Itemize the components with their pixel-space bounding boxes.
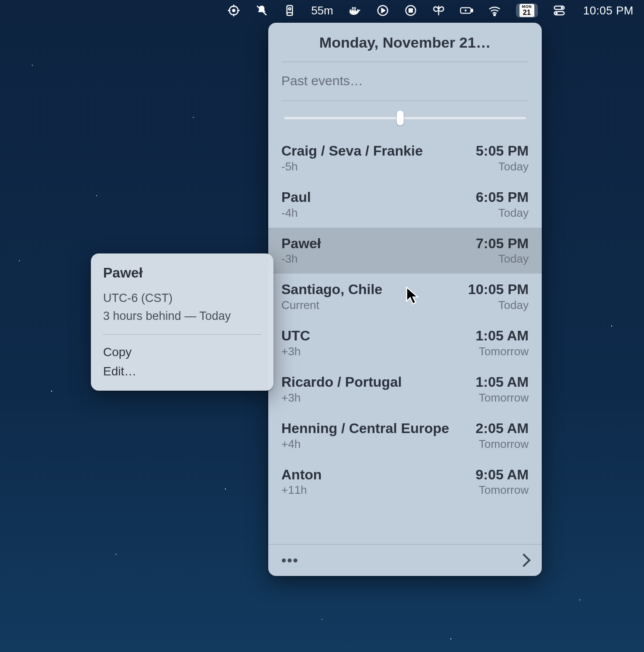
time-scrubber-track bbox=[284, 117, 526, 119]
timezone-day: Today bbox=[476, 160, 529, 173]
calendar-dow: MON bbox=[522, 5, 532, 9]
timezone-time: 9:05 AM bbox=[475, 467, 529, 483]
context-relative-time: 3 hours behind — Today bbox=[103, 309, 261, 323]
timezone-row[interactable]: Henning / Central Europe+4h2:05 AMTomorr… bbox=[268, 413, 542, 459]
timezone-day: Tomorrow bbox=[475, 483, 529, 497]
svg-point-3 bbox=[289, 8, 291, 10]
timezone-row[interactable]: Santiago, ChileCurrent10:05 PMToday bbox=[268, 274, 542, 320]
calendar-day: 21 bbox=[523, 9, 531, 16]
battery-charging-icon[interactable] bbox=[460, 3, 473, 17]
svg-rect-6 bbox=[409, 9, 412, 12]
timezone-name: Paweł bbox=[281, 236, 321, 252]
time-scrubber-thumb[interactable] bbox=[397, 111, 404, 125]
timezone-row[interactable]: Ricardo / Portugal+3h1:05 AMTomorrow bbox=[268, 366, 542, 413]
timer-label[interactable]: 55m bbox=[311, 3, 333, 17]
timezone-time: 10:05 PM bbox=[468, 281, 529, 298]
context-timezone: UTC-6 (CST) bbox=[103, 291, 261, 305]
timezone-time: 6:05 PM bbox=[476, 189, 529, 205]
chevron-right-icon[interactable] bbox=[517, 553, 530, 567]
timezones-panel: Monday, November 21… Past events… Craig … bbox=[268, 23, 542, 576]
timezone-row[interactable]: UTC+3h1:05 AMTomorrow bbox=[268, 320, 542, 366]
svg-rect-8 bbox=[471, 9, 472, 12]
svg-point-11 bbox=[561, 7, 563, 9]
context-menu-item[interactable]: Edit… bbox=[103, 362, 261, 381]
past-events-button[interactable]: Past events… bbox=[268, 62, 542, 99]
timezone-time: 1:05 AM bbox=[475, 374, 529, 390]
timezone-day: Tomorrow bbox=[475, 345, 529, 358]
panel-date-title[interactable]: Monday, November 21… bbox=[268, 34, 542, 51]
timezone-offset: +11h bbox=[281, 483, 322, 497]
timezone-offset: Current bbox=[281, 298, 382, 312]
svg-point-13 bbox=[555, 12, 557, 14]
id-card-icon[interactable] bbox=[283, 3, 296, 17]
panel-footer: ••• bbox=[268, 544, 542, 576]
timezone-offset: -4h bbox=[281, 206, 311, 220]
timezone-offset: -5h bbox=[281, 160, 423, 173]
timezone-name: Paul bbox=[281, 189, 311, 205]
location-icon[interactable] bbox=[227, 3, 240, 17]
divider bbox=[103, 334, 261, 335]
timezone-row[interactable]: Craig / Seva / Frankie-5h5:05 PMToday bbox=[268, 135, 542, 181]
context-menu: Paweł UTC-6 (CST) 3 hours behind — Today… bbox=[91, 253, 274, 391]
timezone-day: Today bbox=[476, 252, 529, 266]
timezone-day: Tomorrow bbox=[475, 437, 529, 451]
timezone-time: 2:05 AM bbox=[475, 420, 529, 437]
timezone-name: Ricardo / Portugal bbox=[281, 374, 402, 390]
timezone-name: Craig / Seva / Frankie bbox=[281, 143, 423, 159]
timezone-list: Craig / Seva / Frankie-5h5:05 PMTodayPau… bbox=[268, 135, 542, 505]
docker-icon[interactable] bbox=[348, 3, 361, 17]
control-center-icon[interactable] bbox=[553, 3, 566, 17]
context-menu-item[interactable]: Copy bbox=[103, 343, 261, 362]
wifi-icon[interactable] bbox=[488, 3, 501, 17]
timezone-row[interactable]: Paul-4h6:05 PMToday bbox=[268, 181, 542, 228]
timezone-offset: -3h bbox=[281, 252, 321, 266]
calendar-menubar-icon[interactable]: MON 21 bbox=[516, 3, 538, 17]
time-scrubber[interactable] bbox=[268, 101, 542, 135]
timezone-row[interactable]: Paweł-3h7:05 PMToday bbox=[268, 228, 542, 274]
notifications-muted-icon[interactable] bbox=[255, 3, 268, 17]
svg-point-9 bbox=[494, 14, 495, 16]
timezone-offset: +4h bbox=[281, 437, 449, 451]
stop-circle-icon[interactable] bbox=[404, 3, 417, 17]
timezone-name: Henning / Central Europe bbox=[281, 420, 449, 437]
timezone-day: Tomorrow bbox=[475, 391, 529, 405]
timezone-name: UTC bbox=[281, 328, 310, 344]
timezone-offset: +3h bbox=[281, 345, 310, 358]
butterfly-icon[interactable] bbox=[432, 3, 445, 17]
timezone-day: Today bbox=[476, 206, 529, 220]
menu-clock[interactable]: 10:05 PM bbox=[583, 3, 634, 17]
timezone-name: Anton bbox=[281, 467, 322, 483]
timezone-time: 5:05 PM bbox=[476, 143, 529, 159]
timezone-row[interactable]: Anton+11h9:05 AMTomorrow bbox=[268, 459, 542, 505]
timezone-time: 7:05 PM bbox=[476, 236, 529, 252]
timezone-time: 1:05 AM bbox=[475, 328, 529, 344]
context-name: Paweł bbox=[103, 265, 261, 281]
play-circle-icon[interactable] bbox=[376, 3, 389, 17]
timezone-name: Santiago, Chile bbox=[281, 281, 382, 298]
more-menu-button[interactable]: ••• bbox=[281, 553, 299, 567]
menu-bar: 55m MON 21 10:05 PM bbox=[0, 0, 644, 21]
timezone-offset: +3h bbox=[281, 391, 402, 405]
timezone-day: Today bbox=[468, 298, 529, 312]
svg-point-1 bbox=[233, 10, 235, 12]
